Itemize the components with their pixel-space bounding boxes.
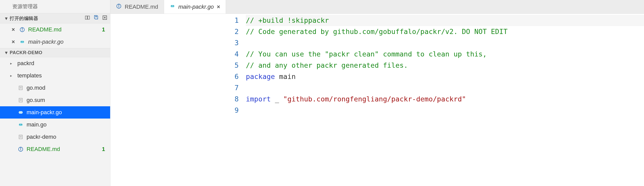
tab-label: main-packr.go (178, 4, 214, 10)
code-editor[interactable]: 123456789 // +build !skippackr// Code ge… (110, 14, 644, 186)
code-line[interactable]: // Code generated by github.com/gobuffal… (246, 26, 644, 37)
tree-file-main-packr-go[interactable]: main-packr.go (0, 106, 110, 119)
info-icon (17, 146, 24, 152)
code-line[interactable]: // You can use the "packr clean" command… (246, 49, 644, 60)
tree-folder-packrd[interactable]: ▸ packrd (0, 57, 110, 69)
tree-item-label: go.mod (27, 85, 108, 91)
line-number: 3 (223, 37, 239, 49)
svg-point-35 (173, 6, 174, 6)
svg-point-10 (23, 41, 24, 42)
go-file-icon (170, 3, 175, 10)
explorer-title: 资源管理器 (0, 0, 110, 13)
tree-item-label: packrd (17, 60, 108, 67)
tree-file-readme[interactable]: README.md 1 (0, 143, 110, 155)
git-badge: 1 (102, 146, 108, 153)
tab-label: README.md (125, 4, 158, 10)
close-icon[interactable]: × (10, 39, 16, 45)
tree-item-label: README.md (27, 146, 99, 153)
svg-point-8 (22, 41, 24, 43)
tab-readme[interactable]: README.md (110, 0, 164, 14)
tree-item-label: go.sum (27, 97, 108, 103)
code-line[interactable]: // and any other packr generated files. (246, 60, 644, 71)
tree-file-packr-demo[interactable]: packr-demo (0, 131, 110, 143)
line-number: 5 (223, 60, 239, 71)
file-icon (17, 97, 24, 103)
line-number: 1 (223, 15, 239, 26)
code-line[interactable] (246, 105, 644, 116)
go-file-icon (19, 39, 26, 45)
tree-file-go-sum[interactable]: go.sum (0, 94, 110, 106)
line-number: 7 (223, 82, 239, 94)
go-file-icon (17, 122, 24, 127)
line-number: 2 (223, 26, 239, 37)
line-number: 8 (223, 94, 239, 105)
code-line[interactable] (246, 37, 644, 49)
svg-point-9 (21, 41, 21, 42)
line-number: 9 (223, 105, 239, 116)
close-icon[interactable]: × (10, 26, 16, 33)
workspace-header[interactable]: ▾ PACKR-DEMO (0, 48, 110, 57)
open-editor-filename: README.md (28, 26, 99, 33)
tab-main-packr[interactable]: main-packr.go × (164, 0, 226, 14)
svg-point-6 (22, 28, 22, 29)
code-line[interactable] (246, 82, 644, 94)
open-editors-header[interactable]: ▾ 打开的编辑器 (0, 13, 110, 24)
editor-tabs: README.md main-packr.go × (110, 0, 644, 14)
svg-point-28 (20, 148, 21, 148)
info-icon (19, 27, 26, 32)
file-icon (17, 134, 24, 140)
line-number: 4 (223, 49, 239, 60)
open-editors-actions (85, 15, 108, 22)
save-all-icon[interactable] (93, 15, 99, 22)
svg-point-18 (20, 111, 22, 113)
svg-point-33 (172, 5, 174, 7)
code-line[interactable]: import _ "github.com/rongfengliang/packr… (246, 94, 644, 105)
chevron-right-icon: ▸ (10, 61, 15, 65)
tree-file-go-mod[interactable]: go.mod (0, 82, 110, 94)
close-icon[interactable]: × (217, 4, 220, 10)
chevron-down-icon: ▾ (5, 50, 10, 55)
code-line[interactable]: // +build !skippackr (246, 15, 644, 26)
tree-item-label: templates (17, 72, 108, 79)
editor-main: README.md main-packr.go × 123456789 // +… (110, 0, 644, 186)
chevron-right-icon: ▸ (10, 74, 15, 78)
open-editors-label: 打开的编辑器 (10, 15, 85, 21)
line-number: 6 (223, 71, 239, 82)
chevron-down-icon: ▾ (5, 16, 10, 21)
svg-rect-1 (88, 16, 89, 19)
open-editor-item-main-packr[interactable]: × main-packr.go (0, 36, 110, 48)
svg-point-31 (119, 5, 119, 5)
explorer-sidebar: 资源管理器 ▾ 打开的编辑器 × README.md 1 × main- (0, 0, 110, 186)
file-icon (17, 85, 24, 91)
svg-point-20 (20, 123, 22, 126)
open-editor-item-readme[interactable]: × README.md 1 (0, 24, 110, 36)
tree-folder-templates[interactable]: ▸ templates (0, 69, 110, 82)
svg-rect-0 (85, 16, 87, 19)
tree-file-main-go[interactable]: main.go (0, 119, 110, 131)
line-gutter: 123456789 (223, 15, 246, 186)
workspace-label: PACKR-DEMO (10, 50, 108, 55)
svg-rect-2 (95, 16, 97, 17)
code-line[interactable]: package main (246, 71, 644, 82)
git-badge: 1 (102, 26, 108, 33)
open-editor-filename: main-packr.go (28, 39, 108, 45)
toggle-layout-icon[interactable] (85, 15, 90, 22)
tree-item-label: main-packr.go (27, 109, 108, 116)
svg-point-21 (19, 124, 20, 125)
svg-point-34 (171, 6, 172, 6)
info-icon (116, 3, 122, 10)
svg-point-22 (21, 124, 22, 125)
go-file-icon (17, 110, 24, 115)
close-all-icon[interactable] (102, 15, 108, 22)
tree-item-label: main.go (27, 121, 108, 128)
tree-item-label: packr-demo (27, 134, 108, 140)
code-content[interactable]: // +build !skippackr// Code generated by… (246, 15, 644, 186)
